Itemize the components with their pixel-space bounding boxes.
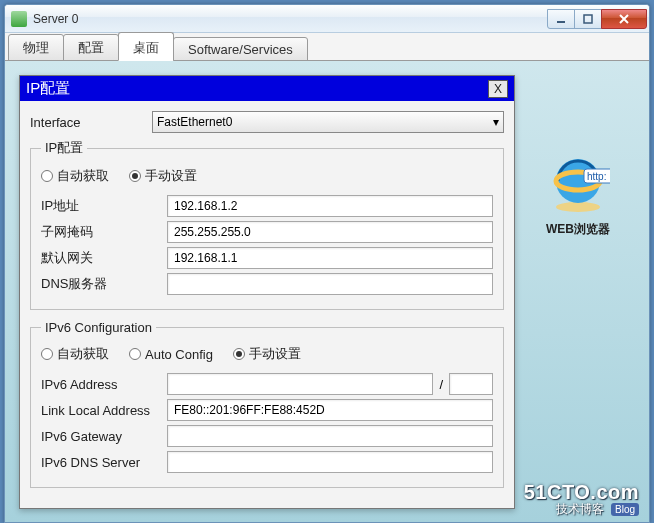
watermark-blog-badge: Blog [611,503,639,516]
dns-server-input[interactable] [167,273,493,295]
ipv4-legend: IP配置 [41,139,87,157]
ipv6-gateway-label: IPv6 Gateway [41,429,167,444]
window-controls [548,9,647,29]
maximize-button[interactable] [574,9,602,29]
ipv6-dns-label: IPv6 DNS Server [41,455,167,470]
radio-icon [233,348,245,360]
radio-label: Auto Config [145,347,213,362]
maximize-icon [583,14,593,24]
radio-label: 自动获取 [57,167,109,185]
app-icon [11,11,27,27]
ip-address-input[interactable] [167,195,493,217]
dialog-body: Interface FastEthernet0 ▾ IP配置 自动获取 [20,101,514,508]
svg-text:http:: http: [587,171,606,182]
svg-point-2 [556,202,600,212]
radio-label: 手动设置 [145,167,197,185]
interface-value: FastEthernet0 [157,115,232,129]
close-button[interactable] [601,9,647,29]
minimize-icon [556,14,566,24]
link-local-input[interactable] [167,399,493,421]
ipv4-dhcp-radio[interactable]: 自动获取 [41,167,109,185]
tab-software-services[interactable]: Software/Services [173,37,308,61]
ip-address-label: IP地址 [41,197,167,215]
ipv6-address-label: IPv6 Address [41,377,167,392]
subnet-mask-input[interactable] [167,221,493,243]
chevron-down-icon: ▾ [493,115,499,129]
ipv6-dhcp-radio[interactable]: 自动获取 [41,345,109,363]
tab-bar: 物理 配置 桌面 Software/Services [5,33,649,61]
ipv4-fieldset: IP配置 自动获取 手动设置 IP地址 [30,139,504,310]
tab-desktop[interactable]: 桌面 [118,32,174,61]
ipv6-address-input[interactable] [167,373,433,395]
close-icon [618,13,630,25]
radio-icon [129,170,141,182]
dialog-close-button[interactable]: X [488,80,508,98]
window-title: Server 0 [33,12,548,26]
radio-label: 手动设置 [249,345,301,363]
default-gateway-label: 默认网关 [41,249,167,267]
ipv6-autoconf-radio[interactable]: Auto Config [129,347,213,362]
watermark-line2: 技术博客 [556,502,604,516]
workspace: IP配置 X Interface FastEthernet0 ▾ IP配置 [5,61,649,522]
radio-icon [129,348,141,360]
watermark: 51CTO.com 技术博客 Blog [524,481,639,516]
svg-rect-0 [557,21,565,23]
radio-icon [41,348,53,360]
app-window: Server 0 物理 配置 桌面 Software/Services IP配置… [4,4,650,523]
minimize-button[interactable] [547,9,575,29]
radio-label: 自动获取 [57,345,109,363]
ipv6-gateway-input[interactable] [167,425,493,447]
link-local-label: Link Local Address [41,403,167,418]
ipv6-static-radio[interactable]: 手动设置 [233,345,301,363]
web-browser-shortcut[interactable]: http: WEB浏览器 [533,151,623,238]
interface-label: Interface [30,115,152,130]
svg-rect-1 [584,15,592,23]
dns-server-label: DNS服务器 [41,275,167,293]
tab-config[interactable]: 配置 [63,34,119,61]
ipv4-static-radio[interactable]: 手动设置 [129,167,197,185]
subnet-mask-label: 子网掩码 [41,223,167,241]
dialog-title: IP配置 [26,79,488,98]
browser-icon: http: [546,151,610,215]
prefix-separator: / [433,377,449,392]
default-gateway-input[interactable] [167,247,493,269]
web-browser-label: WEB浏览器 [533,221,623,238]
ip-config-dialog: IP配置 X Interface FastEthernet0 ▾ IP配置 [19,75,515,509]
ipv6-legend: IPv6 Configuration [41,320,156,335]
radio-icon [41,170,53,182]
ipv6-fieldset: IPv6 Configuration 自动获取 Auto Config 手 [30,320,504,488]
ipv6-prefix-input[interactable] [449,373,493,395]
titlebar: Server 0 [5,5,649,33]
tab-physical[interactable]: 物理 [8,34,64,61]
ipv6-dns-input[interactable] [167,451,493,473]
watermark-line1: 51CTO.com [524,481,639,503]
interface-select[interactable]: FastEthernet0 ▾ [152,111,504,133]
dialog-titlebar: IP配置 X [20,76,514,101]
